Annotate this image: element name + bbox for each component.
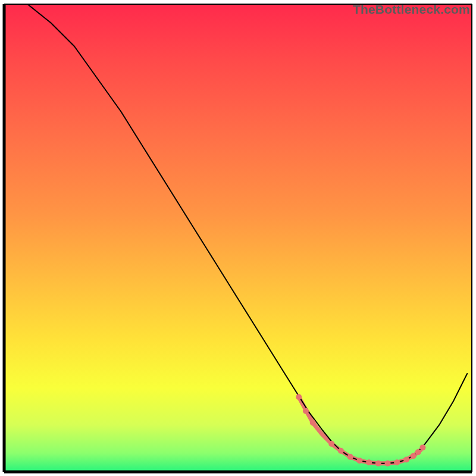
valley-marker-dot: [310, 419, 316, 425]
valley-marker-dot: [328, 441, 334, 447]
valley-marker-dot: [366, 459, 372, 465]
valley-marker-dot: [385, 461, 391, 466]
valley-marker-dot: [296, 394, 302, 400]
valley-marker-dot: [403, 457, 409, 463]
valley-marker-dot: [415, 449, 421, 455]
valley-marker-dot: [356, 458, 362, 464]
valley-marker-dot: [411, 453, 416, 459]
valley-marker-dot: [338, 448, 344, 454]
chart-stage: TheBottleneck.com: [0, 0, 476, 476]
valley-marker-dot: [347, 454, 353, 460]
bottleneck-chart: [0, 0, 476, 476]
valley-marker-dot: [394, 459, 400, 465]
gradient-background: [4, 4, 472, 472]
valley-marker-dot: [303, 408, 309, 414]
watermark-text: TheBottleneck.com: [353, 2, 470, 17]
valley-marker-dot: [419, 444, 425, 450]
valley-marker-dot: [375, 461, 381, 466]
